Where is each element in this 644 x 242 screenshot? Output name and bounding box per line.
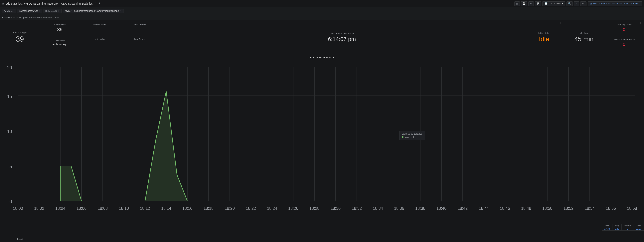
svg-text:18:46: 18:46	[500, 206, 510, 211]
idle-time-label: Idle Time	[580, 32, 588, 34]
topbar-right: ▦ 💾 ⚙ 💬 🕐 Last 1 hour ▾ 🔍 ↺ 5s ⊞ WSO2 St…	[514, 2, 642, 6]
db-url-filter[interactable]: MySQL:localhost/production/SweetProducti…	[63, 9, 124, 13]
svg-text:18:14: 18:14	[161, 206, 171, 211]
total-deletes-card: Total Deletes -	[120, 21, 160, 35]
comment-btn[interactable]: 💬	[535, 2, 541, 6]
chart-toggle-btn[interactable]: ▦	[514, 2, 520, 6]
db-url-label: Database URL	[44, 9, 62, 13]
clock-icon: 🕐	[544, 2, 548, 5]
svg-text:18:10: 18:10	[119, 206, 129, 211]
time-range-btn[interactable]: 🕐 Last 1 hour ▾	[542, 2, 565, 6]
app-name-chevron: ▾	[39, 10, 40, 12]
dashboard-link[interactable]: ⊞ WSO2 Streaming Integrator - CDC Statis…	[588, 2, 642, 6]
svg-text:18:48: 18:48	[521, 206, 531, 211]
last-delete-value: -	[139, 42, 141, 47]
db-url-chevron: ▾	[120, 10, 121, 12]
stat-header-current: current	[622, 224, 634, 227]
chart-stats-table: max avg current total 17.33 0.35 0 21.33	[602, 223, 644, 230]
refresh-interval: 5s	[580, 2, 586, 6]
chart-title-text: Received Changes	[310, 56, 332, 59]
last-change-card: Last Change Occured At 6:14:07 pm	[160, 21, 524, 54]
stat-val-current: 0	[622, 227, 634, 230]
topbar-left: ⊞ cdc-statistics / WSO2 Streaming Integr…	[2, 2, 100, 5]
total-deletes-value: -	[139, 27, 141, 32]
share-icon[interactable]: ⬆	[98, 2, 100, 5]
save-btn[interactable]: 💾	[521, 2, 527, 6]
chart-title[interactable]: Received Changes ▾	[310, 56, 334, 59]
svg-text:18:38: 18:38	[415, 206, 425, 211]
refresh-btn[interactable]: ↺	[574, 2, 579, 6]
chart-area: Received Changes ▾ 0 5 10 15 20	[0, 54, 644, 242]
svg-text:18:58: 18:58	[627, 206, 637, 211]
svg-text:18:00: 18:00	[13, 206, 23, 211]
mapping-errors-info-icon[interactable]: ⓘ	[640, 22, 642, 25]
svg-text:18:20: 18:20	[225, 206, 235, 211]
grid-icon: ⊞	[2, 2, 4, 5]
app-name-value: SweetFactoryApp	[20, 10, 38, 13]
chart-svg: 0 5 10 15 20	[0, 61, 644, 236]
section-chevron[interactable]: ▾	[2, 16, 3, 19]
stats-grid: Total Changes 39 Total Inserts 39 Last I…	[0, 21, 644, 54]
filterbar: App Name SweetFactoryApp ▾ Database URL …	[0, 7, 644, 15]
total-updates-value: -	[99, 27, 101, 32]
chart-header: Received Changes ▾	[0, 54, 644, 61]
svg-text:10: 10	[7, 129, 12, 134]
stat-val-max: 17.33	[602, 227, 612, 230]
app-name-filter[interactable]: SweetFactoryApp ▾	[17, 9, 42, 13]
last-insert-card: Last Insert an hour ago	[40, 35, 80, 50]
chart-legend: Insert	[12, 238, 23, 240]
last-delete-card: Last Delete -	[120, 35, 160, 50]
total-deletes-label: Total Deletes	[134, 23, 146, 26]
deletes-column: Total Deletes - Last Delete -	[120, 21, 160, 50]
db-url-value: MySQL:localhost/production/SweetProducti…	[65, 10, 120, 13]
svg-text:18:34: 18:34	[373, 206, 383, 211]
stat-header-max: max	[602, 224, 612, 227]
svg-text:15: 15	[7, 94, 12, 99]
table-status-info-icon[interactable]: ⓘ	[560, 22, 562, 25]
last-delete-label: Last Delete	[134, 38, 146, 40]
svg-text:18:32: 18:32	[352, 206, 362, 211]
svg-text:18:04: 18:04	[55, 206, 65, 211]
mapping-errors-value: 0	[623, 27, 625, 32]
total-inserts-card: Total Inserts 39	[40, 21, 80, 35]
total-changes-card: Total Changes 39	[0, 21, 40, 54]
svg-text:18:30: 18:30	[330, 206, 340, 211]
svg-text:18:56: 18:56	[606, 206, 616, 211]
svg-text:18:42: 18:42	[458, 206, 468, 211]
idle-time-value: 45 min	[574, 35, 594, 43]
svg-text:18:06: 18:06	[76, 206, 86, 211]
svg-text:18:16: 18:16	[182, 206, 192, 211]
section-header: ▾ MySQL:localhost/production/SweetProduc…	[0, 15, 644, 21]
svg-marker-71	[18, 91, 635, 201]
dashboard-title: cdc-statistics / WSO2 Streaming Integrat…	[6, 2, 93, 5]
section-title: MySQL:localhost/production/SweetProducti…	[4, 16, 59, 19]
svg-text:18:44: 18:44	[479, 206, 489, 211]
table-status-label: Table Status	[538, 32, 550, 34]
transport-errors-card: Transport Level Errors 0	[604, 35, 644, 50]
table-status-card: Table Status Idle ⓘ	[524, 21, 564, 54]
svg-text:5: 5	[10, 164, 12, 169]
svg-text:18:50: 18:50	[542, 206, 552, 211]
legend-label: Insert	[17, 238, 23, 240]
chevron-down-icon: ▾	[562, 2, 563, 5]
total-inserts-label: Total Inserts	[54, 23, 66, 26]
svg-text:0: 0	[10, 199, 12, 204]
stat-header-total: total	[634, 224, 644, 227]
svg-text:18:02: 18:02	[34, 206, 44, 211]
last-update-label: Last Update	[94, 38, 106, 40]
last-update-value: -	[99, 42, 101, 47]
svg-text:18:36: 18:36	[394, 206, 404, 211]
topbar: ⊞ cdc-statistics / WSO2 Streaming Integr…	[0, 0, 644, 7]
settings-btn[interactable]: ⚙	[528, 2, 534, 6]
last-change-label: Last Change Occured At	[330, 32, 354, 35]
svg-text:18:28: 18:28	[310, 206, 320, 211]
zoom-out-btn[interactable]: 🔍	[566, 2, 573, 6]
total-updates-card: Total Updates -	[80, 21, 120, 35]
last-change-value: 6:14:07 pm	[328, 36, 356, 42]
svg-text:18:12: 18:12	[140, 206, 150, 211]
star-icon[interactable]: ☆	[94, 2, 97, 5]
updates-column: Total Updates - Last Update -	[80, 21, 120, 50]
transport-errors-label: Transport Level Errors	[613, 38, 635, 41]
time-range-label: Last 1 hour	[549, 2, 561, 5]
svg-text:18:18: 18:18	[204, 206, 214, 211]
